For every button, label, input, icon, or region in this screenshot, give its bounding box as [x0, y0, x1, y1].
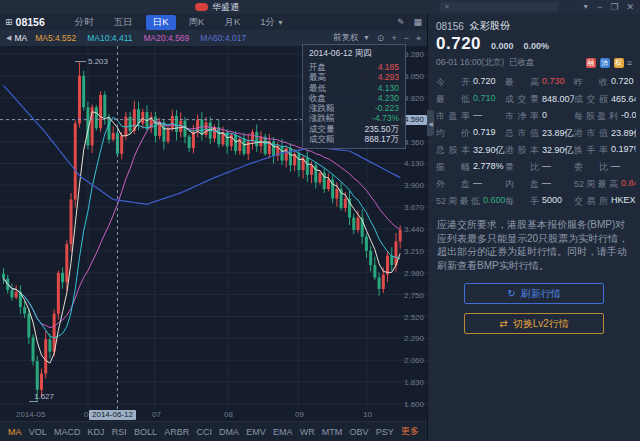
quote-field: 均价0.719 [436, 127, 505, 140]
x-axis-label: 08 [224, 410, 233, 419]
restore-button[interactable]: ❐ [610, 2, 618, 12]
crosshair-date-badge: 2014-06-12 [89, 410, 136, 420]
quote-field: 52周最低0.600 [436, 195, 505, 208]
zoom-in-icon[interactable]: + [391, 33, 396, 43]
y-axis-label: 2.980 [404, 268, 424, 277]
price-change-pct: 0.00% [524, 41, 550, 51]
app-title: 华盛通 [212, 1, 239, 14]
indicator-tab-RSI[interactable]: RSI [112, 427, 127, 437]
tooltip-row: 最低4.130 [309, 83, 399, 93]
tab-fenshi[interactable]: 分时 [68, 15, 101, 30]
indicator-tab-更多[interactable]: 更多 [401, 425, 419, 438]
y-axis-label: 4.130 [404, 159, 424, 168]
restore-view-icon[interactable]: ⌖ [416, 33, 421, 44]
quote-field: 量比— [505, 161, 574, 174]
market-session-status: 已收盘 [509, 57, 535, 69]
quote-field: 振幅2.778% [436, 161, 505, 174]
y-axis-label: 3.670 [404, 203, 424, 212]
y-axis-label: 4.820 [404, 93, 424, 102]
app-logo [195, 3, 208, 11]
price-change: 0.000 [491, 41, 514, 51]
switch-icon: ⇄ [499, 318, 507, 329]
tab-weekly-k[interactable]: 周K [182, 15, 212, 30]
refresh-button-label: 刷新行情 [521, 287, 561, 301]
y-axis-label: 1.830 [404, 378, 424, 387]
tab-monthly-k[interactable]: 月K [217, 15, 247, 30]
titlebar-brand: 华盛通 [0, 0, 434, 14]
stock-code: 08156 [436, 21, 464, 32]
tab-5day[interactable]: 五日 [107, 15, 140, 30]
quote-field: 港股本32.90亿 [505, 144, 574, 157]
zoom-out-icon[interactable]: − [404, 33, 409, 43]
tooltip-row: 涨跌幅-4.73% [309, 113, 399, 123]
search-input[interactable]: ✕ [440, 2, 558, 12]
indicator-tab-PSY[interactable]: PSY [376, 427, 394, 437]
tooltip-row: 涨跌额-0.223 [309, 103, 399, 113]
y-axis-label: 5.280 [404, 50, 424, 59]
tooltip-date: 2014-06-12 周四 [309, 48, 399, 60]
indicator-tab-CCI[interactable]: CCI [196, 427, 212, 437]
chevron-down-icon: ▼ [363, 34, 370, 41]
indicator-tab-WR[interactable]: WR [300, 427, 315, 437]
adjust-mode-label: 前复权 [333, 32, 359, 42]
quote-panel: ◀ 08156 众彩股份 0.720 0.000 0.00% 06-01 16:… [428, 14, 640, 441]
last-price: 0.720 [436, 34, 481, 54]
quote-field: 每手5000 [505, 195, 574, 208]
indicator-toggle-icon[interactable]: ⊙ [377, 33, 385, 43]
indicator-tab-VOL[interactable]: VOL [29, 427, 47, 437]
indicator-tab-EMA[interactable]: EMA [273, 427, 293, 437]
adjust-mode-dropdown[interactable]: 前复权 ▼ [333, 32, 370, 44]
titlebar: 华盛通 ✕ ▼ − ❐ ✕ [0, 0, 640, 14]
chart-stock-code: 08156 [16, 16, 45, 28]
draw-tool-icon[interactable]: ✎ [397, 17, 405, 27]
ma5-value: MA5:4.552 [35, 33, 76, 43]
indicator-tab-MACD[interactable]: MACD [54, 427, 81, 437]
ma20-value: MA20:4.569 [143, 33, 189, 43]
stock-badge: 融 [586, 58, 596, 68]
x-axis-label: 07 [152, 410, 161, 419]
close-button[interactable]: ✕ [626, 2, 634, 12]
indicator-tab-MTM[interactable]: MTM [322, 427, 343, 437]
panel-collapse-handle[interactable]: ◀ [427, 110, 434, 136]
quote-field: 内盘— [505, 178, 574, 191]
period-tab-bar: ⊞ 08156 分时 五日 日K 周K 月K 1分▼ ✎ ▦ [0, 14, 427, 30]
indicator-tab-DMA[interactable]: DMA [219, 427, 239, 437]
quote-field: 每股盈利-0.054 [574, 110, 636, 123]
huashengtong-window: 华盛通 ✕ ▼ − ❐ ✕ ⊞ 08156 分时 五日 日K 周K 月K [0, 0, 640, 441]
tab-minute-dropdown[interactable]: 1分▼ [253, 15, 291, 30]
candle-tooltip: 2014-06-12 周四 开盘4.185最高4.293最低4.130收盘4.2… [302, 44, 406, 149]
y-axis-label: 2.060 [404, 356, 424, 365]
y-axis-label: 3.210 [404, 246, 424, 255]
menu-icon[interactable]: ≡ [627, 58, 632, 68]
tooltip-row: 成交额868.17万 [309, 134, 399, 144]
stock-name: 众彩股份 [470, 19, 510, 33]
filter-icon[interactable]: ▼ [582, 2, 589, 12]
quote-field: 成交量848.00万 [505, 93, 574, 106]
chart-panel: ⊞ 08156 分时 五日 日K 周K 月K 1分▼ ✎ ▦ ◀ MA MA5:… [0, 14, 428, 441]
candlestick-chart[interactable]: 5.2805.0504.8204.5904.3604.1303.9003.670… [0, 46, 427, 409]
y-axis-label: 1.600 [404, 400, 424, 409]
layout-grid-icon[interactable]: ▦ [413, 17, 422, 27]
indicator-tab-OBV[interactable]: OBV [350, 427, 369, 437]
tab-daily-k[interactable]: 日K [146, 15, 176, 30]
quote-field: 市净率0 [505, 110, 574, 123]
quote-field: 昨收0.720 [574, 76, 636, 89]
y-axis-label: 2.750 [404, 290, 424, 299]
quote-field: 市盈率— [436, 110, 505, 123]
indicator-tab-EMV[interactable]: EMV [246, 427, 266, 437]
panel-titlebar: ✕ ▼ − ❐ ✕ [434, 0, 640, 14]
period-high-label: 5.203 [88, 57, 108, 66]
refresh-quotes-button[interactable]: ↻ 刷新行情 [464, 283, 604, 304]
switch-lv2-button[interactable]: ⇄ 切换Lv2行情 [464, 313, 604, 334]
quote-field: 最低0.710 [436, 93, 505, 106]
collapse-left-icon[interactable]: ◀ [6, 34, 11, 42]
search-clear-icon[interactable]: ✕ [444, 3, 450, 11]
indicator-tab-KDJ[interactable]: KDJ [88, 427, 105, 437]
add-watchlist-icon[interactable]: ⊞ [5, 17, 13, 27]
indicator-tab-BOLL[interactable]: BOLL [134, 427, 157, 437]
tooltip-row: 最高4.293 [309, 72, 399, 82]
indicator-tab-MA[interactable]: MA [8, 427, 22, 437]
minimize-button[interactable]: − [597, 2, 602, 12]
quote-field: 52周最高0.840 [574, 178, 636, 191]
indicator-tab-ARBR[interactable]: ARBR [164, 427, 189, 437]
